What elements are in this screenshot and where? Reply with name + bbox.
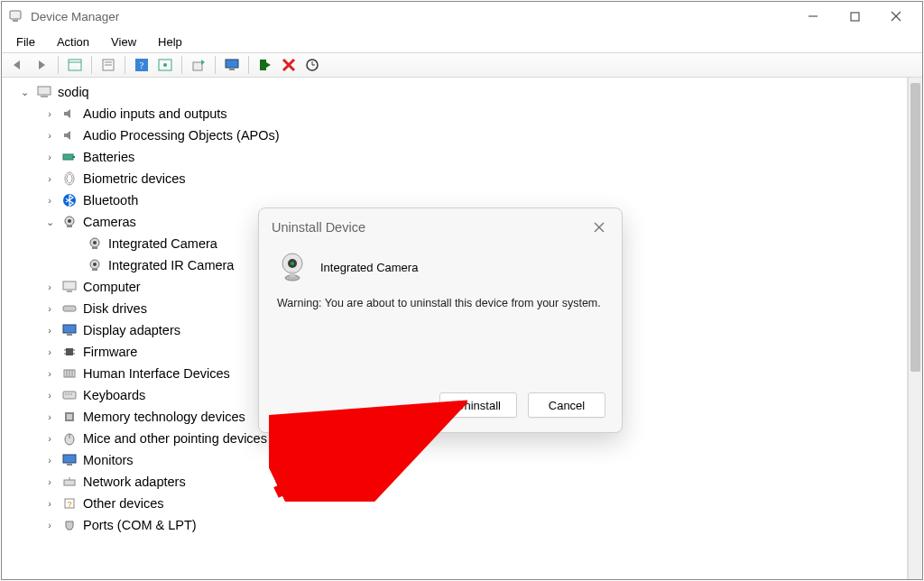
dialog-close-icon[interactable]: [589, 217, 609, 237]
cancel-button[interactable]: Cancel: [528, 392, 605, 418]
chevron-right-icon[interactable]: ›: [43, 390, 56, 401]
svg-rect-60: [63, 455, 76, 463]
tree-label: Network adapters: [83, 475, 186, 489]
svg-rect-72: [290, 272, 295, 277]
keyboard-icon: [61, 387, 78, 403]
tree-item-biometric[interactable]: ›Biometric devices: [42, 168, 907, 189]
chevron-down-icon[interactable]: ⌄: [18, 87, 31, 98]
menu-action[interactable]: Action: [48, 33, 98, 51]
tree-item-monitors[interactable]: ›Monitors: [42, 449, 907, 471]
chevron-right-icon[interactable]: ›: [43, 498, 56, 509]
toolbar-back-icon[interactable]: [7, 55, 29, 75]
tree-label: Ports (COM & LPT): [83, 518, 197, 532]
display-adapter-icon: [61, 322, 78, 338]
svg-rect-41: [63, 325, 76, 333]
toolbar-enable-icon[interactable]: [254, 55, 276, 75]
device-manager-icon: [7, 8, 23, 24]
tree-label: Human Interface Devices: [83, 366, 230, 381]
tree-label: Other devices: [83, 496, 163, 511]
other-devices-icon: ?: [61, 495, 78, 512]
monitor-icon: [61, 452, 78, 468]
svg-point-36: [93, 263, 97, 266]
tree-label: sodiq: [58, 85, 89, 99]
svg-rect-38: [63, 281, 76, 290]
toolbar-monitor-icon[interactable]: [221, 55, 243, 75]
toolbar-update-driver-icon[interactable]: [188, 55, 209, 75]
chevron-right-icon[interactable]: ›: [43, 281, 56, 292]
tree-item-batteries[interactable]: ›Batteries: [42, 146, 907, 168]
chevron-right-icon[interactable]: ›: [43, 346, 56, 357]
vertical-scrollbar[interactable]: [908, 78, 922, 579]
toolbar-scan-icon[interactable]: [154, 55, 176, 75]
chevron-right-icon[interactable]: ›: [43, 433, 56, 444]
tree-label: Integrated IR Camera: [108, 258, 234, 272]
svg-rect-61: [67, 464, 72, 466]
svg-point-53: [65, 393, 67, 395]
mouse-icon: [61, 430, 78, 447]
svg-rect-31: [67, 226, 72, 227]
tree-root[interactable]: ⌄ sodiq: [16, 81, 907, 103]
tree-item-network[interactable]: ›Network adapters: [42, 471, 907, 493]
battery-icon: [61, 149, 78, 165]
tree-label: Monitors: [83, 453, 134, 467]
svg-point-70: [291, 262, 294, 265]
chevron-right-icon[interactable]: ›: [43, 108, 56, 119]
menu-view[interactable]: View: [102, 33, 145, 51]
chevron-right-icon[interactable]: ›: [43, 476, 56, 487]
svg-rect-37: [92, 269, 97, 271]
svg-rect-39: [67, 290, 72, 292]
chevron-right-icon[interactable]: ›: [43, 173, 56, 184]
toolbar-uninstall-icon[interactable]: [278, 55, 300, 75]
camera-icon: [87, 257, 103, 273]
svg-point-33: [93, 241, 97, 244]
chevron-right-icon[interactable]: ›: [43, 455, 56, 466]
chevron-down-icon[interactable]: ⌄: [43, 217, 56, 228]
tree-item-ports[interactable]: ›Ports (COM & LPT): [42, 514, 907, 536]
svg-rect-3: [851, 13, 859, 21]
toolbar-details-icon[interactable]: [64, 55, 86, 75]
tree-item-other[interactable]: ›?Other devices: [42, 493, 907, 514]
menu-help[interactable]: Help: [149, 33, 191, 51]
tree-label: Cameras: [83, 215, 136, 229]
tree-label: Bluetooth: [83, 193, 138, 208]
tree-label: Keyboards: [83, 388, 145, 402]
chevron-right-icon[interactable]: ›: [43, 368, 56, 379]
monitor-icon: [61, 279, 78, 295]
toolbar-help-icon[interactable]: ?: [131, 55, 152, 75]
minimize-button[interactable]: [792, 3, 834, 30]
chevron-right-icon[interactable]: ›: [43, 411, 56, 422]
chevron-right-icon[interactable]: ›: [43, 520, 56, 530]
chevron-right-icon[interactable]: ›: [43, 195, 56, 206]
chevron-right-icon[interactable]: ›: [43, 152, 56, 162]
close-button[interactable]: [875, 3, 917, 30]
tree-item-audio-io[interactable]: ›Audio inputs and outputs: [42, 103, 907, 124]
tree-label: Biometric devices: [83, 171, 186, 186]
chevron-right-icon[interactable]: ›: [43, 325, 56, 336]
tree-item-audio-apo[interactable]: ›Audio Processing Objects (APOs): [42, 124, 907, 146]
uninstall-device-dialog: Uninstall Device Integrated Camera Warni…: [258, 208, 623, 433]
maximize-button[interactable]: [834, 3, 875, 30]
speaker-icon: [61, 106, 78, 122]
dialog-warning-text: Warning: You are about to uninstall this…: [277, 297, 604, 309]
camera-icon: [277, 252, 308, 282]
svg-point-14: [163, 63, 167, 67]
svg-rect-52: [63, 392, 76, 399]
speaker-icon: [61, 127, 78, 143]
toolbar-forward-icon[interactable]: [31, 55, 52, 75]
svg-rect-57: [67, 414, 72, 420]
chevron-right-icon[interactable]: ›: [43, 130, 56, 141]
tree-label: Integrated Camera: [108, 236, 217, 251]
menu-file[interactable]: File: [7, 33, 44, 51]
svg-rect-15: [193, 62, 202, 70]
toolbar-refresh-icon[interactable]: [301, 55, 323, 75]
uninstall-button[interactable]: Uninstall: [439, 392, 517, 418]
svg-rect-24: [63, 154, 73, 160]
scrollbar-thumb[interactable]: [910, 83, 920, 372]
toolbar-properties-icon[interactable]: [97, 55, 119, 75]
svg-rect-0: [10, 11, 21, 19]
svg-rect-42: [67, 334, 72, 336]
svg-point-30: [68, 219, 71, 223]
chevron-right-icon[interactable]: ›: [43, 303, 56, 314]
tree-label: Memory technology devices: [83, 410, 245, 424]
window-title: Device Manager: [31, 10, 792, 23]
